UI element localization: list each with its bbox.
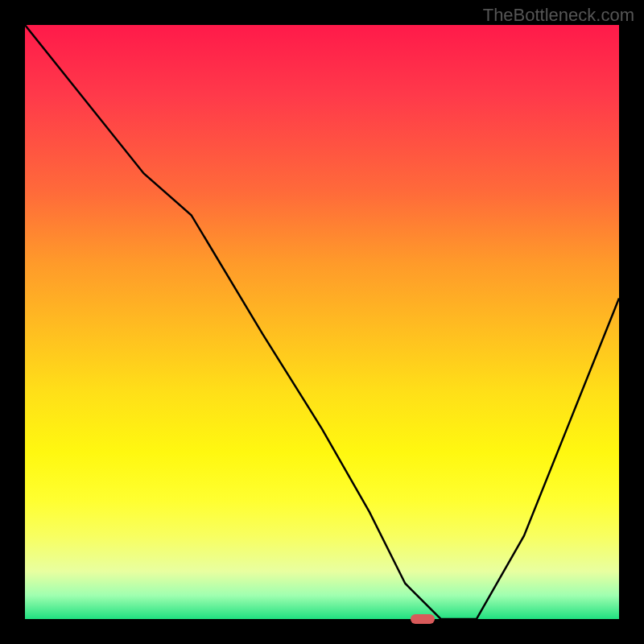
watermark-text: TheBottleneck.com xyxy=(483,5,634,26)
bottleneck-curve xyxy=(25,25,619,619)
optimal-point-marker xyxy=(411,614,435,624)
chart-container: TheBottleneck.com xyxy=(0,0,644,644)
